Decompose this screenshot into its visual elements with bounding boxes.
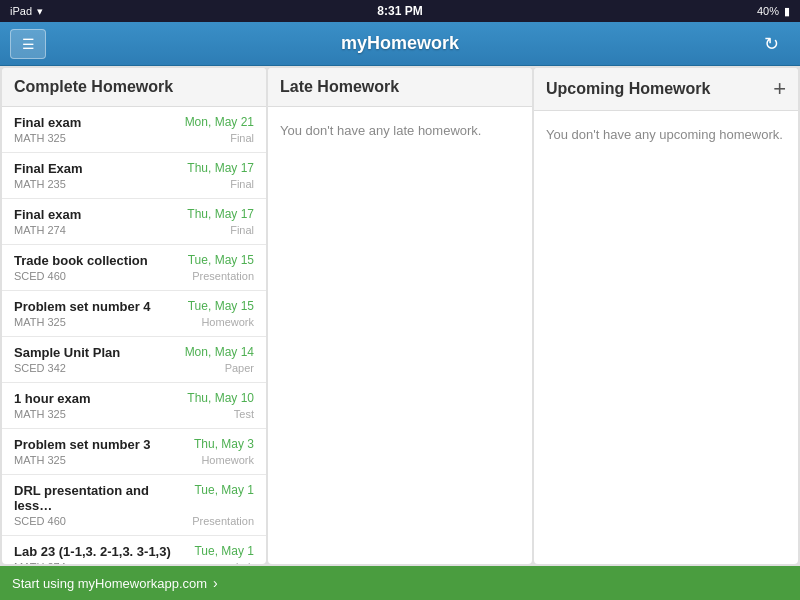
menu-button[interactable]: ☰ — [10, 29, 46, 59]
upcoming-empty-message: You don't have any upcoming homework. — [534, 111, 798, 158]
late-homework-column: Late Homework You don't have any late ho… — [268, 68, 532, 564]
status-right: 40% ▮ — [757, 5, 790, 18]
wifi-icon: ▾ — [37, 5, 43, 18]
status-left: iPad ▾ — [10, 5, 43, 18]
hw-item-type: Lab — [236, 561, 254, 564]
hw-item-type: Paper — [225, 362, 254, 374]
complete-homework-header: Complete Homework — [2, 68, 266, 107]
hw-item-course: MATH 274 — [14, 224, 66, 236]
list-item[interactable]: Final exam Thu, May 17 MATH 274 Final — [2, 199, 266, 245]
list-item[interactable]: Problem set number 3 Thu, May 3 MATH 325… — [2, 429, 266, 475]
hw-item-course: SCED 342 — [14, 362, 66, 374]
hw-item-name: DRL presentation and less… — [14, 483, 186, 513]
hw-item-name: Final exam — [14, 207, 179, 222]
hw-item-name: Trade book collection — [14, 253, 180, 268]
upcoming-homework-title: Upcoming Homework — [546, 80, 710, 98]
hw-item-course: MATH 325 — [14, 316, 66, 328]
bottom-banner[interactable]: Start using myHomeworkapp.com › — [0, 566, 800, 600]
banner-text: Start using myHomeworkapp.com — [12, 576, 207, 591]
hw-item-date: Thu, May 17 — [187, 161, 254, 175]
complete-homework-list: Final exam Mon, May 21 MATH 325 Final Fi… — [2, 107, 266, 564]
list-item[interactable]: DRL presentation and less… Tue, May 1 SC… — [2, 475, 266, 536]
list-item[interactable]: Problem set number 4 Tue, May 15 MATH 32… — [2, 291, 266, 337]
hw-item-type: Homework — [201, 454, 254, 466]
hw-item-type: Final — [230, 224, 254, 236]
banner-arrow-icon: › — [213, 575, 218, 591]
hw-item-date: Thu, May 10 — [187, 391, 254, 405]
hw-item-name: Lab 23 (1-1,3. 2-1,3. 3-1,3) — [14, 544, 186, 559]
list-item[interactable]: Final exam Mon, May 21 MATH 325 Final — [2, 107, 266, 153]
list-item[interactable]: Lab 23 (1-1,3. 2-1,3. 3-1,3) Tue, May 1 … — [2, 536, 266, 564]
main-content: Complete Homework Final exam Mon, May 21… — [0, 66, 800, 566]
late-empty-message: You don't have any late homework. — [268, 107, 532, 154]
complete-homework-title: Complete Homework — [14, 78, 173, 96]
upcoming-homework-list: You don't have any upcoming homework. — [534, 111, 798, 564]
upcoming-homework-column: Upcoming Homework + You don't have any u… — [534, 68, 798, 564]
list-item[interactable]: Sample Unit Plan Mon, May 14 SCED 342 Pa… — [2, 337, 266, 383]
late-homework-header: Late Homework — [268, 68, 532, 107]
hw-item-type: Final — [230, 132, 254, 144]
hw-item-date: Mon, May 21 — [185, 115, 254, 129]
late-homework-title: Late Homework — [280, 78, 399, 96]
hw-item-date: Tue, May 1 — [194, 483, 254, 497]
hw-item-date: Thu, May 17 — [187, 207, 254, 221]
late-homework-list: You don't have any late homework. — [268, 107, 532, 564]
hw-item-date: Tue, May 15 — [188, 299, 254, 313]
hw-item-name: Sample Unit Plan — [14, 345, 177, 360]
hw-item-date: Thu, May 3 — [194, 437, 254, 451]
nav-bar: ☰ myHomework ↻ — [0, 22, 800, 66]
hw-item-name: Problem set number 3 — [14, 437, 186, 452]
upcoming-homework-header: Upcoming Homework + — [534, 68, 798, 111]
hw-item-type: Presentation — [192, 270, 254, 282]
complete-homework-column: Complete Homework Final exam Mon, May 21… — [2, 68, 266, 564]
hw-item-type: Final — [230, 178, 254, 190]
list-item[interactable]: 1 hour exam Thu, May 10 MATH 325 Test — [2, 383, 266, 429]
battery-icon: ▮ — [784, 5, 790, 18]
hw-item-course: MATH 274 — [14, 561, 66, 564]
hw-item-type: Presentation — [192, 515, 254, 527]
hw-item-name: Final exam — [14, 115, 177, 130]
hw-item-name: Final Exam — [14, 161, 179, 176]
status-bar: iPad ▾ 8:31 PM 40% ▮ — [0, 0, 800, 22]
hw-item-course: MATH 235 — [14, 178, 66, 190]
hw-item-date: Tue, May 1 — [194, 544, 254, 558]
hw-item-course: SCED 460 — [14, 270, 66, 282]
hw-item-course: MATH 325 — [14, 132, 66, 144]
list-item[interactable]: Trade book collection Tue, May 15 SCED 4… — [2, 245, 266, 291]
carrier-label: iPad — [10, 5, 32, 17]
hw-item-type: Homework — [201, 316, 254, 328]
hw-item-course: SCED 460 — [14, 515, 66, 527]
hw-item-course: MATH 325 — [14, 454, 66, 466]
hw-item-course: MATH 325 — [14, 408, 66, 420]
list-item[interactable]: Final Exam Thu, May 17 MATH 235 Final — [2, 153, 266, 199]
battery-label: 40% — [757, 5, 779, 17]
status-time: 8:31 PM — [377, 4, 422, 18]
app-title: myHomework — [341, 33, 459, 54]
hw-item-name: Problem set number 4 — [14, 299, 180, 314]
hw-item-name: 1 hour exam — [14, 391, 179, 406]
hw-item-date: Tue, May 15 — [188, 253, 254, 267]
add-homework-button[interactable]: + — [773, 78, 786, 100]
refresh-button[interactable]: ↻ — [754, 29, 790, 59]
hw-item-date: Mon, May 14 — [185, 345, 254, 359]
hw-item-type: Test — [234, 408, 254, 420]
